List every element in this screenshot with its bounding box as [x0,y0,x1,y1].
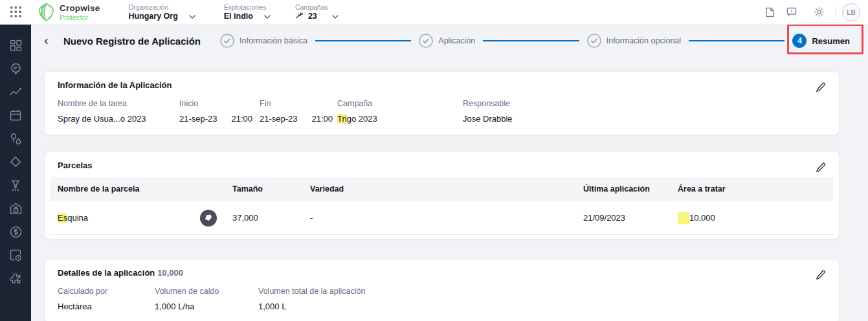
field-end: Fin 21-sep-2321:00 [260,99,337,124]
check-circle-icon [587,34,601,48]
topbar-divider [835,7,836,17]
page-header: ‹ Nuevo Registro de Aplicación Informaci… [31,25,868,57]
column-variety: Variedad [302,184,575,194]
parcel-variety-cell: - [302,213,575,223]
step-connector [483,40,579,41]
step-label: Resumen [812,36,850,46]
feedback-icon[interactable] [781,7,803,17]
step-informacion-opcional[interactable]: Información opcional [587,34,681,48]
chevron-down-icon [332,12,339,21]
field-start: Inicio 21-sep-2321:00 [179,99,260,124]
parcel-size-cell: 37,000 [225,213,302,223]
wheat-icon [295,12,304,21]
card-title: Parcelas [58,160,826,170]
step-resumen-current[interactable]: 4 Resumen [792,34,850,48]
stepper: Información básica Aplicación Informació… [220,34,850,48]
application-details-card: Detalles de la aplicación10,000 Calculad… [44,259,840,321]
check-circle-icon [220,34,234,48]
left-sidebar [0,25,31,321]
application-info-card: Información de la Aplicación Nombre de l… [44,71,840,135]
card-title: Detalles de la aplicación [58,268,155,278]
check-circle-icon [419,34,433,48]
highlight-mark: Tri [337,114,347,124]
parcels-table: Nombre de la parcela Tamaño Variedad Últ… [50,177,834,235]
step-connector [689,40,785,41]
field-campaign: Campaña Trigo 2023 [337,99,463,124]
season-label: Campañas [295,3,339,11]
season-selector[interactable]: Campañas 23 [295,3,339,21]
sidebar-item-scouting[interactable] [0,57,31,80]
sidebar-item-financial[interactable] [0,220,31,243]
field-calculated-by: Calculado por Hectárea [58,287,155,311]
season-value: 23 [308,12,317,21]
user-avatar[interactable]: LB [842,3,860,21]
column-name: Nombre de la parcela [58,184,139,194]
sidebar-item-warehouse[interactable] [0,197,31,220]
edit-pencil-icon[interactable] [813,267,829,283]
sidebar-item-fields[interactable] [0,150,31,173]
column-size: Tamaño [225,184,302,194]
sidebar-item-spray[interactable] [0,173,31,197]
farm-selector[interactable]: Explotaciones El indio [224,3,271,21]
step-aplicacion[interactable]: Aplicación [419,34,475,48]
settings-gear-icon[interactable] [808,6,830,17]
brand-name: Cropwise [60,3,100,13]
step-label: Aplicación [438,36,475,45]
table-header-row: Nombre de la parcela Tamaño Variedad Últ… [50,177,834,201]
organization-selector[interactable]: Organización Hungary Org [128,3,195,21]
sidebar-item-reports[interactable] [0,243,31,267]
highlight-mark: Es [58,213,67,223]
back-button[interactable]: ‹ [44,34,56,47]
edit-pencil-icon[interactable] [813,80,829,95]
farm-value: El indio [224,12,253,21]
organization-value: Hungary Org [128,12,177,21]
app-launcher-icon[interactable] [0,6,31,17]
sidebar-item-integrations[interactable] [0,267,31,290]
card-title-suffix: 10,000 [157,268,183,278]
field-mix-volume: Volumen de caldo 1,000 L/ha [155,287,258,311]
main-area: ‹ Nuevo Registro de Aplicación Informaci… [31,25,868,321]
chevron-down-icon [264,12,271,21]
farm-label: Explotaciones [224,3,271,11]
field-total-volume: Volumen total de la aplicación 1,000 L [258,287,826,311]
sidebar-item-irrigation[interactable] [0,127,31,150]
field-responsible: Responsable Jose Drabble [463,99,826,124]
parcel-name-cell: Esquina [50,210,225,227]
parcel-shape-icon [200,210,217,227]
step-informacion-basica[interactable]: Información básica [220,34,307,48]
cropwise-shield-icon [38,3,55,21]
parcel-area-cell: 10,000 [670,212,834,224]
chevron-down-icon [189,12,195,21]
parcels-card: Parcelas Nombre de la parcela Tamaño Var… [44,151,840,239]
table-row[interactable]: Esquina 37,000 - 21/09/2023 10,000 [50,201,834,235]
sidebar-item-calendar[interactable] [0,104,31,127]
step-label: Información básica [239,36,307,45]
top-bar: Cropwise Protector Organización Hungary … [0,0,868,25]
column-last-application: Última aplicación [575,184,670,194]
column-area-to-treat: Área a tratar [670,184,834,194]
page-content: Información de la Aplicación Nombre de l… [31,57,868,321]
cropwise-logo[interactable]: Cropwise Protector [38,3,100,21]
page-title: Nuevo Registro de Aplicación [63,36,201,47]
highlight-mark [678,212,689,224]
organization-label: Organización [128,3,195,11]
step-connector [315,40,411,41]
parcel-last-application-cell: 21/09/2023 [575,213,670,223]
notes-icon[interactable] [759,7,781,17]
field-task-name: Nombre de la tarea Spray de Usua...o 202… [58,99,179,124]
edit-pencil-icon[interactable] [813,160,829,175]
sidebar-item-dashboard[interactable] [0,34,31,57]
step-number-badge: 4 [792,34,807,48]
step-label: Información opcional [606,36,681,45]
product-name: Protector [60,14,100,21]
card-title: Información de la Aplicación [58,80,826,90]
sidebar-item-analytics[interactable] [0,80,31,104]
